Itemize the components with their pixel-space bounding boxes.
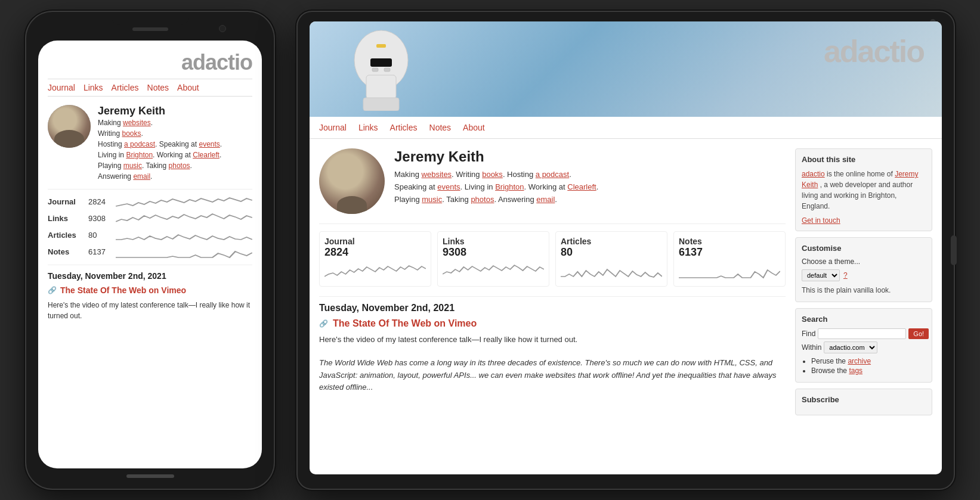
phone-stat-notes-sparkline [116, 244, 252, 259]
sidebar-within-select[interactable]: adactio.com [824, 341, 877, 353]
tablet-stat-notes-count: 6137 [679, 246, 780, 259]
phone-bio-books-link[interactable]: books [122, 129, 141, 138]
phone-notch [112, 12, 189, 25]
phone-bio-clearleft-link[interactable]: Clearleft [193, 151, 220, 159]
svg-rect-3 [370, 58, 392, 67]
sidebar-tags-item: Browse the tags [811, 367, 926, 375]
svg-rect-5 [384, 68, 390, 72]
phone-avatar [48, 105, 91, 148]
tablet-bio-line1: Making websites. Writing books. Hosting … [394, 169, 598, 181]
svg-rect-6 [376, 44, 386, 48]
phone-nav-about[interactable]: About [177, 83, 199, 92]
phone-bio-email-link[interactable]: email [133, 172, 150, 181]
tablet-stat-links-label: Links [443, 237, 544, 246]
tablet-nav-notes[interactable]: Notes [429, 123, 452, 132]
tablet-post-body: Here's the video of my latest conference… [319, 334, 786, 346]
tablet-stat-articles-count: 80 [561, 246, 662, 259]
phone-site-logo: adactio [48, 50, 252, 75]
tablet-profile: Jeremy Keith Making websites. Writing bo… [319, 148, 786, 214]
tablet-bio-line3: Playing music. Taking photos. Answering … [394, 194, 598, 206]
sidebar-tags-pre: Browse the [811, 367, 849, 375]
phone-stat-journal-label: Journal [48, 197, 84, 206]
tablet-bio-events-link[interactable]: events [437, 182, 460, 191]
tablet-bio-websites-link[interactable]: websites [422, 170, 452, 179]
phone-bio-websites-link[interactable]: websites [123, 119, 151, 127]
tablet-device: adactio Journal Links Articles Notes Abo… [298, 12, 954, 489]
sidebar-search-title: Search [802, 315, 926, 324]
sidebar-subscribe-section: Subscribe [795, 389, 932, 415]
phone-post-title-link[interactable]: The State Of The Web on Vimeo [60, 285, 186, 295]
sidebar-theme-select-row: default ? [802, 269, 926, 281]
tablet-nav-journal[interactable]: Journal [319, 123, 347, 132]
phone-home-button[interactable] [126, 474, 174, 478]
tablet-article: Jeremy Keith Making websites. Writing bo… [319, 148, 786, 457]
tablet-nav-links[interactable]: Links [358, 123, 378, 132]
tablet-bio-music-link[interactable]: music [422, 195, 442, 204]
sidebar-customise-section: Customise Choose a theme... default ? Th… [795, 237, 932, 302]
tablet-nav-articles[interactable]: Articles [390, 123, 418, 132]
avatar-image [48, 105, 91, 148]
sidebar-theme-select[interactable]: default [802, 269, 840, 281]
sidebar-search-button[interactable]: Go! [908, 328, 929, 339]
tablet-home-button[interactable] [951, 235, 957, 265]
tablet-stat-links: Links 9308 [437, 231, 549, 287]
sidebar-get-in-touch-link[interactable]: Get in touch [802, 216, 926, 225]
sidebar-theme-description: This is the plain vanilla look. [802, 285, 926, 296]
sidebar-theme-help-link[interactable]: ? [843, 271, 848, 279]
phone-stat-links-label: Links [48, 214, 84, 223]
sidebar-archive-pre: Peruse the [811, 357, 848, 365]
tablet-content: adactio Journal Links Articles Notes Abo… [310, 21, 942, 474]
sidebar-about-section: About this site adactio is the online ho… [795, 148, 932, 231]
sidebar-search-row: Find Go! [802, 328, 926, 339]
svg-rect-4 [372, 68, 378, 72]
phone-screen: adactio Journal Links Articles Notes Abo… [38, 41, 262, 468]
tablet-stat-notes: Notes 6137 [673, 231, 786, 287]
sidebar-adactio-link[interactable]: adactio [802, 170, 825, 178]
sidebar-archive-links: Peruse the archive Browse the tags [802, 357, 926, 375]
tablet-bio-email-link[interactable]: email [536, 195, 555, 204]
sidebar-search-input[interactable] [818, 328, 906, 339]
tablet-stat-articles: Articles 80 [555, 231, 667, 287]
tablet-bio-brighton-link[interactable]: Brighton [495, 182, 524, 191]
tablet-avatar [319, 148, 385, 214]
tablet-stat-journal-sparkline [324, 261, 426, 279]
phone-stat-articles-sparkline [116, 228, 252, 242]
tablet-stats-grid: Journal 2824 Links 9308 [319, 223, 786, 287]
tablet-stat-notes-sparkline [679, 261, 780, 279]
tablet-stat-journal: Journal 2824 [319, 231, 431, 287]
sidebar-archive-link[interactable]: archive [848, 357, 871, 365]
phone-bio-podcast-link[interactable]: a podcast [124, 140, 155, 148]
sidebar-about-text: adactio is the online home of Jeremy Kei… [802, 169, 926, 212]
tablet-nav: Journal Links Articles Notes About [310, 117, 942, 139]
tablet-bio-line2: Speaking at events. Living in Brighton. … [394, 181, 598, 194]
sidebar-tags-link[interactable]: tags [849, 367, 862, 375]
tablet-stat-links-sparkline [443, 261, 544, 279]
phone-stat-links: Links 9308 [48, 211, 252, 225]
tablet-nav-about[interactable]: About [463, 123, 485, 132]
phone-stat-notes: Notes 6137 [48, 244, 252, 259]
phone-bio-brighton-link[interactable]: Brighton [126, 151, 153, 159]
tablet-bio-books-link[interactable]: books [482, 170, 503, 179]
phone-stats: Journal 2824 Links 9308 Articles 80 [48, 189, 252, 259]
tablet-stat-notes-label: Notes [679, 237, 780, 246]
phone-nav: Journal Links Articles Notes About [48, 79, 252, 97]
phone-device: adactio Journal Links Articles Notes Abo… [26, 12, 274, 489]
tablet-bio-podcast-link[interactable]: a podcast [536, 170, 569, 179]
phone-bio-photos-link[interactable]: photos [169, 162, 190, 170]
phone-content: adactio Journal Links Articles Notes Abo… [38, 41, 262, 468]
sidebar-about-pre: is the online home of [827, 170, 895, 178]
tablet-profile-text: Jeremy Keith Making websites. Writing bo… [394, 148, 598, 206]
tablet-stat-journal-count: 2824 [324, 246, 426, 259]
phone-stat-journal-sparkline [116, 194, 252, 209]
phone-nav-journal[interactable]: Journal [48, 83, 75, 92]
phone-nav-articles[interactable]: Articles [112, 83, 139, 92]
phone-nav-links[interactable]: Links [84, 83, 103, 92]
tablet-bio-clearleft-link[interactable]: Clearleft [567, 182, 596, 191]
tablet-bio-photos-link[interactable]: photos [471, 195, 494, 204]
tablet-post-title-link[interactable]: The State Of The Web on Vimeo [333, 318, 477, 329]
phone-post-title-row: 🔗 The State Of The Web on Vimeo [48, 285, 252, 295]
phone-nav-notes[interactable]: Notes [147, 83, 169, 92]
sidebar-customise-title: Customise [802, 244, 926, 253]
phone-bio-events-link[interactable]: events [199, 140, 220, 148]
phone-bio-music-link[interactable]: music [123, 162, 142, 170]
